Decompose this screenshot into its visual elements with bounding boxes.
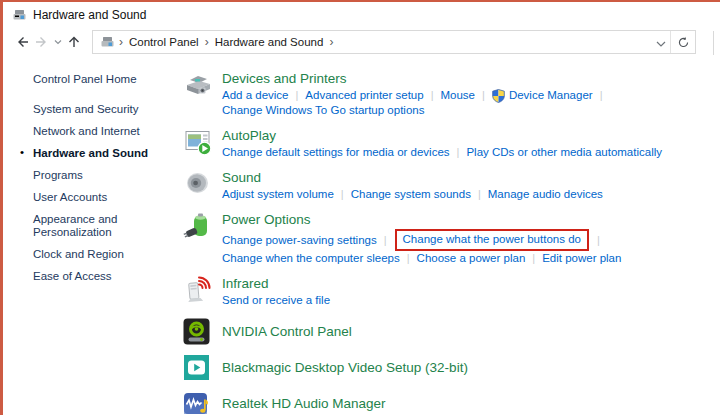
link-change-windows-to-go-startup-options[interactable]: Change Windows To Go startup options [222,103,424,118]
sidebar-item-control-panel-home[interactable]: Control Panel Home [33,73,155,86]
link-label: Change default settings for media or dev… [222,145,450,160]
sidebar-item-label: Programs [33,169,83,181]
sidebar-item-hardware-and-sound[interactable]: •Hardware and Sound [33,147,155,160]
link-manage-audio-devices[interactable]: Manage audio devices [488,187,603,202]
section-heading-devices-and-printers[interactable]: Devices and Printers [222,70,347,87]
infrared-icon [183,275,213,305]
link-label: Manage audio devices [488,187,603,202]
breadcrumb-chevron[interactable]: › [327,35,335,49]
link-label: Send or receive a file [222,293,330,308]
section-devices-and-printers: Devices and PrintersAdd a device|Advance… [183,69,720,118]
link-label: Mouse [441,88,476,103]
section-nvidia-control-panel: NVIDIA Control Panel [183,316,720,346]
section-heading-realtek-hd-audio-manager[interactable]: Realtek HD Audio Manager [222,395,386,412]
sidebar-item-label: Clock and Region [33,248,124,260]
sidebar-item-user-accounts[interactable]: User Accounts [33,191,155,204]
main-panel: Devices and PrintersAdd a device|Advance… [171,57,720,415]
control-panel-window: Hardware and Sound › Control Panel [0,0,720,415]
task-link-row: Change when the computer sleeps|Choose a… [222,251,621,266]
section-heading-power-options[interactable]: Power Options [222,211,311,228]
section-heading-infrared[interactable]: Infrared [222,275,269,292]
back-button[interactable] [12,32,32,52]
link-change-what-the-power-buttons-do[interactable]: Change what the power buttons do [403,232,581,247]
sidebar-item-label: System and Security [33,103,138,115]
link-edit-power-plan[interactable]: Edit power plan [542,251,621,266]
link-separator: | [471,187,488,202]
section-heading-blackmagic-desktop-video-setup[interactable]: Blackmagic Desktop Video Setup (32-bit) [222,359,468,376]
refresh-button[interactable] [670,31,695,53]
link-change-power-saving-settings[interactable]: Change power-saving settings [222,233,377,248]
sidebar-item-ease-of-access[interactable]: Ease of Access [33,270,155,283]
task-link-row: Send or receive a file [222,293,330,308]
link-choose-a-power-plan[interactable]: Choose a power plan [417,251,526,266]
link-play-cds-or-other-media-automatically[interactable]: Play CDs or other media automatically [466,145,662,160]
section-realtek-hd-audio-manager: Realtek HD Audio Manager [183,388,720,415]
sidebar-item-appearance-and-personalization[interactable]: Appearance and Personalization [33,213,155,239]
link-label: Change power-saving settings [222,233,377,248]
autoplay-icon [183,127,213,157]
title-bar: Hardware and Sound [3,2,720,27]
nvidia-icon [183,318,210,345]
power-options-icon [183,211,213,241]
search-box-edge[interactable] [713,31,720,55]
link-separator: | [400,251,417,266]
link-label: Change system sounds [351,187,471,202]
link-label: Change Windows To Go startup options [222,103,424,118]
link-separator: | [525,251,542,266]
task-link-row: Adjust system volume|Change system sound… [222,187,603,202]
link-separator: | [590,233,607,248]
address-dropdown-chevron-icon[interactable] [652,33,670,51]
active-item-bullet: • [20,146,24,159]
link-change-when-the-computer-sleeps[interactable]: Change when the computer sleeps [222,251,400,266]
section-power-options: Power OptionsChange power-saving setting… [183,210,720,266]
section-infrared: InfraredSend or receive a file [183,274,720,308]
link-mouse[interactable]: Mouse [441,88,476,103]
link-adjust-system-volume[interactable]: Adjust system volume [222,187,334,202]
sidebar-nav: Control Panel HomeSystem and SecurityNet… [3,57,171,292]
link-label: Change what the power buttons do [403,232,581,247]
breadcrumb-chevron[interactable]: › [203,35,211,49]
section-sound: SoundAdjust system volume|Change system … [183,168,720,202]
sidebar-item-clock-and-region[interactable]: Clock and Region [33,248,155,261]
section-heading-sound[interactable]: Sound [222,169,261,186]
red-highlight-box: Change what the power buttons do [395,229,589,251]
link-separator: | [334,187,351,202]
navigation-toolbar: › Control Panel › Hardware and Sound › [3,27,720,57]
link-label: Play CDs or other media automatically [466,145,662,160]
link-add-a-device[interactable]: Add a device [222,88,289,103]
address-bar[interactable]: › Control Panel › Hardware and Sound › [92,30,696,54]
link-separator: | [593,88,610,103]
link-change-system-sounds[interactable]: Change system sounds [351,187,471,202]
link-advanced-printer-setup[interactable]: Advanced printer setup [305,88,423,103]
content-area: Control Panel HomeSystem and SecurityNet… [3,57,720,415]
link-change-default-settings-for-media-or-devices[interactable]: Change default settings for media or dev… [222,145,450,160]
section-autoplay: AutoPlayChange default settings for medi… [183,126,720,160]
link-label: Edit power plan [542,251,621,266]
task-link-row: Change power-saving settings|Change what… [222,229,621,251]
window-title: Hardware and Sound [33,8,146,22]
link-device-manager[interactable]: Device Manager [492,88,593,103]
link-label: Advanced printer setup [305,88,423,103]
link-separator: | [377,233,394,248]
up-button[interactable] [64,32,84,52]
sidebar-item-system-and-security[interactable]: System and Security [33,103,155,116]
breadcrumb-hardware-and-sound[interactable]: Hardware and Sound [211,36,328,48]
section-blackmagic-desktop-video-setup: Blackmagic Desktop Video Setup (32-bit) [183,352,720,382]
sidebar-item-programs[interactable]: Programs [33,169,155,182]
link-separator: | [289,88,306,103]
sidebar-item-label: Appearance and Personalization [33,213,117,238]
sidebar-item-network-and-internet[interactable]: Network and Internet [33,125,155,138]
breadcrumb-control-panel[interactable]: Control Panel [125,36,203,48]
uac-shield-icon [492,89,505,103]
sidebar-item-label: Hardware and Sound [33,147,148,159]
link-send-or-receive-a-file[interactable]: Send or receive a file [222,293,330,308]
section-heading-autoplay[interactable]: AutoPlay [222,127,276,144]
recent-pages-chevron-icon[interactable] [52,32,64,52]
section-heading-nvidia-control-panel[interactable]: NVIDIA Control Panel [222,323,352,340]
forward-button[interactable] [32,32,52,52]
sidebar-item-label: Network and Internet [33,125,140,137]
realtek-icon [183,390,210,415]
link-separator: | [424,88,441,103]
breadcrumb-chevron[interactable]: › [117,35,125,49]
sidebar-item-label: Control Panel Home [33,73,137,85]
